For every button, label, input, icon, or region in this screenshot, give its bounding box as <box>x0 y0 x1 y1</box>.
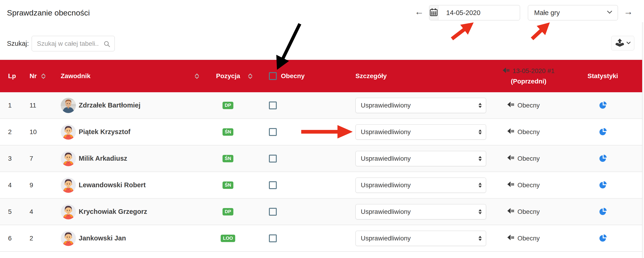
previous-status: Obecny <box>518 208 540 215</box>
calendar-button[interactable] <box>429 5 438 20</box>
chevron-down-icon <box>626 41 630 45</box>
row-lp: 5 <box>0 199 26 225</box>
pie-chart-icon[interactable] <box>599 155 607 163</box>
row-lp: 4 <box>0 172 26 198</box>
present-checkbox[interactable] <box>269 155 277 163</box>
red-annotation-arrow-select <box>532 23 550 39</box>
attendance-page: Sprawdzanie obecności ← Małe gry <box>0 0 644 258</box>
table-row: 4 9 Lewandowski Robert ŚN Usprawiedliwio… <box>0 172 642 199</box>
event-type-select[interactable]: Małe gry <box>528 5 618 20</box>
header-position-label: Pozycja <box>216 72 240 80</box>
export-button[interactable] <box>611 36 634 50</box>
select-spinner-icon <box>478 236 482 241</box>
scrollbar-track[interactable] <box>642 22 644 258</box>
header-present-label: Obecny <box>281 72 305 80</box>
sort-arrows-player[interactable] <box>195 73 199 79</box>
row-nr: 7 <box>26 146 56 172</box>
player-name: Zdrzałek Bartłomiej <box>79 101 140 109</box>
attendance-table: Lp Nr Zawodnik Pozycja Obecny Szczegóły <box>0 60 642 252</box>
table-header-row: Lp Nr Zawodnik Pozycja Obecny Szczegóły <box>0 60 642 92</box>
event-type-value: Małe gry <box>534 9 607 17</box>
header-present: Obecny <box>255 60 331 92</box>
present-checkbox[interactable] <box>269 234 277 242</box>
details-select-value: Usprawiedliwiony <box>361 155 411 162</box>
search-input[interactable] <box>32 36 99 51</box>
details-select-value: Usprawiedliwiony <box>361 208 411 215</box>
position-badge: ŚN <box>222 182 234 189</box>
details-select[interactable]: Usprawiedliwiony <box>356 124 486 140</box>
pie-chart-icon[interactable] <box>599 234 607 242</box>
present-checkbox[interactable] <box>269 181 277 189</box>
header-lp: Lp <box>0 60 26 92</box>
present-checkbox[interactable] <box>269 128 277 136</box>
date-picker <box>429 5 520 20</box>
header-previous-caption: (Poprzedni) <box>511 78 546 85</box>
player-avatar <box>61 178 76 193</box>
details-select[interactable]: Usprawiedliwiony <box>356 231 486 246</box>
details-select[interactable]: Usprawiedliwiony <box>356 204 486 219</box>
row-lp: 2 <box>0 119 26 145</box>
position-badge: ŚN <box>222 128 234 136</box>
player-avatar <box>61 98 76 113</box>
pie-chart-icon[interactable] <box>599 208 607 216</box>
previous-status: Obecny <box>518 235 540 242</box>
player-avatar <box>61 231 76 246</box>
pie-chart-icon[interactable] <box>599 128 607 136</box>
next-day-arrow-button[interactable]: → <box>624 7 633 16</box>
player-name: Jankowski Jan <box>79 234 126 242</box>
select-all-checkbox[interactable] <box>269 72 277 80</box>
row-lp: 6 <box>0 225 26 251</box>
player-name: Krychowiak Grzegorz <box>79 208 147 215</box>
step-backward-icon <box>507 234 514 242</box>
details-select[interactable]: Usprawiedliwiony <box>356 151 486 166</box>
player-name: Lewandowski Robert <box>79 181 146 189</box>
details-select[interactable]: Usprawiedliwiony <box>356 178 486 193</box>
previous-status: Obecny <box>518 182 540 189</box>
previous-status: Obecny <box>518 128 540 136</box>
search-box <box>32 36 115 51</box>
player-avatar <box>61 204 76 219</box>
player-name: Milik Arkadiusz <box>79 155 127 162</box>
row-lp: 1 <box>0 92 26 118</box>
position-badge: DP <box>222 208 234 215</box>
present-checkbox[interactable] <box>269 208 277 216</box>
position-badge: ŚN <box>222 155 234 162</box>
select-spinner-icon <box>478 103 482 108</box>
details-select-value: Usprawiedliwiony <box>361 235 411 242</box>
date-input[interactable] <box>438 5 533 20</box>
row-lp: 3 <box>0 146 26 172</box>
table-row: 6 2 Jankowski Jan LOO Usprawiedliwiony O… <box>0 225 642 252</box>
header-previous-date: 13-05-2020 #1 <box>512 67 554 75</box>
sort-arrows-position[interactable] <box>248 73 252 79</box>
details-select[interactable]: Usprawiedliwiony <box>356 98 486 113</box>
player-name: Piątek Krzysztof <box>79 128 130 136</box>
header-player-label: Zawodnik <box>61 72 90 80</box>
step-backward-icon <box>507 181 514 189</box>
header-nr-label: Nr <box>30 72 37 80</box>
pie-chart-icon[interactable] <box>599 181 607 189</box>
previous-day-arrow-button[interactable]: ← <box>414 7 424 16</box>
sort-arrows-nr[interactable] <box>41 73 46 79</box>
table-row: 5 4 Krychowiak Grzegorz DP Usprawiedliwi… <box>0 199 642 225</box>
pie-chart-icon[interactable] <box>599 101 607 109</box>
previous-status: Obecny <box>518 155 540 162</box>
select-spinner-icon <box>478 130 482 135</box>
present-checkbox[interactable] <box>269 101 277 109</box>
chevron-down-icon <box>607 11 612 15</box>
search-icon <box>104 41 110 48</box>
table-row: 2 10 Piątek Krzysztof ŚN Usprawiedliwion… <box>0 119 642 146</box>
header-nr: Nr <box>26 60 56 92</box>
player-avatar <box>61 124 76 140</box>
row-nr: 4 <box>26 199 56 225</box>
step-backward-icon <box>507 208 514 215</box>
previous-status: Obecny <box>518 102 540 109</box>
row-nr: 11 <box>26 92 56 118</box>
table-row: 1 11 Zdrzałek Bartłomiej DP Usprawiedliw… <box>0 92 642 119</box>
header-player: Zawodnik <box>56 60 201 92</box>
details-select-value: Usprawiedliwiony <box>361 102 411 109</box>
step-backward-icon <box>502 67 510 75</box>
position-badge: LOO <box>221 235 235 242</box>
search-label: Szukaj: <box>7 40 29 47</box>
details-select-value: Usprawiedliwiony <box>361 128 411 136</box>
header-previous: 13-05-2020 #1 (Poprzedni) <box>494 60 563 92</box>
